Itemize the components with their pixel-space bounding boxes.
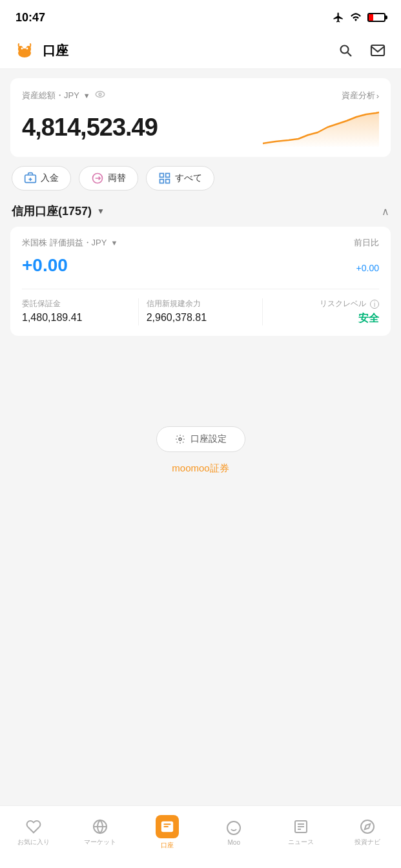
asset-chart (263, 108, 379, 147)
invest-navi-icon (359, 818, 376, 835)
svg-point-6 (341, 46, 349, 54)
deposit-icon (24, 172, 37, 185)
pnl-value: +0.00 (22, 255, 68, 276)
bottom-nav: お気に入り マーケット 口座 (0, 805, 401, 868)
asset-amount: 4,814,523.49 (22, 114, 158, 141)
account-card: 米国株 評価損益・JPY ▼ 前日比 +0.00 +0.00 委託保証金 1,4… (10, 227, 391, 336)
asset-card-body: 4,814,523.49 (22, 108, 379, 147)
account-dropdown-arrow[interactable]: ▼ (97, 207, 105, 216)
brand-text: moomoo証券 (172, 462, 229, 473)
header-left: 口座 (13, 39, 68, 62)
nav-moo[interactable]: Moo (201, 817, 268, 849)
nav-market[interactable]: マーケット (67, 816, 134, 849)
svg-point-19 (179, 438, 181, 440)
exchange-button[interactable]: 両替 (79, 166, 138, 191)
nav-invest-navi-label: 投資ナビ (355, 838, 380, 847)
header: 口座 (0, 32, 401, 69)
prev-day-label: 前日比 (354, 237, 379, 249)
svg-point-9 (96, 92, 105, 98)
nav-account-label: 口座 (161, 841, 174, 850)
svg-point-4 (21, 48, 23, 50)
all-button[interactable]: すべて (146, 166, 214, 191)
status-icons (333, 12, 386, 23)
wifi-icon (349, 12, 362, 23)
collapse-button[interactable]: ∧ (382, 205, 389, 218)
pnl-label: 米国株 評価損益・JPY ▼ (22, 237, 118, 249)
svg-point-29 (361, 820, 374, 833)
account-settings-button[interactable]: 口座設定 (156, 426, 245, 452)
mail-button[interactable] (367, 40, 388, 61)
nav-moo-label: Moo (228, 839, 240, 846)
market-icon (92, 818, 108, 835)
risk-level-metric: リスクレベル i 安全 (271, 298, 379, 326)
building-power-metric: 信用新規建余力 2,960,378.81 (147, 298, 263, 326)
search-button[interactable] (335, 40, 356, 61)
svg-line-7 (348, 53, 352, 57)
moo-icon (225, 820, 242, 836)
account-icon (156, 815, 179, 838)
mail-icon (370, 43, 386, 58)
svg-rect-17 (160, 180, 164, 183)
exchange-icon (91, 172, 104, 185)
account-metrics: 委託保証金 1,480,189.41 信用新規建余力 2,960,378.81 … (22, 289, 379, 326)
deposit-label: 入金 (41, 172, 59, 184)
exchange-label: 両替 (108, 172, 126, 184)
nav-news-label: ニュース (288, 838, 314, 847)
nav-market-label: マーケット (84, 838, 116, 847)
pnl-dropdown-arrow[interactable]: ▼ (110, 239, 118, 247)
risk-level-value: 安全 (271, 312, 379, 326)
nav-news[interactable]: ニュース (267, 816, 334, 849)
risk-info-icon[interactable]: i (370, 300, 379, 309)
asset-label: 資産総額・JPY (22, 90, 79, 101)
margin-label: 委託保証金 (22, 298, 130, 309)
account-title-group: 信用口座(1757) ▼ (12, 203, 105, 219)
risk-level-label: リスクレベル i (271, 298, 379, 309)
news-icon (293, 818, 309, 835)
action-buttons: 入金 両替 すべて (10, 166, 391, 191)
svg-rect-15 (160, 174, 164, 178)
search-icon (338, 43, 353, 58)
nav-account[interactable]: 口座 (134, 812, 201, 852)
margin-value: 1,480,189.41 (22, 312, 130, 324)
account-card-header: 米国株 評価損益・JPY ▼ 前日比 (22, 237, 379, 249)
visibility-toggle[interactable] (94, 88, 106, 103)
account-section-header: 信用口座(1757) ▼ ∧ (10, 203, 391, 219)
asset-analysis-link[interactable]: 資産分析 › (342, 90, 379, 101)
asset-card: 資産総額・JPY ▼ 資産分析 › 4,814,523.49 (10, 78, 391, 157)
asset-card-header: 資産総額・JPY ▼ 資産分析 › (22, 88, 379, 103)
header-title: 口座 (43, 42, 68, 59)
status-time: 10:47 (15, 11, 45, 25)
nav-favorites[interactable]: お気に入り (0, 816, 67, 849)
svg-rect-16 (166, 174, 170, 178)
airplane-icon (333, 12, 344, 23)
settings-section: 口座設定 (10, 426, 391, 452)
nav-favorites-label: お気に入り (17, 838, 50, 847)
account-title: 信用口座(1757) (12, 203, 92, 219)
heart-icon (25, 818, 42, 835)
margin-metric: 委託保証金 1,480,189.41 (22, 298, 139, 326)
building-power-label: 信用新規建余力 (147, 298, 255, 309)
svg-point-10 (99, 93, 101, 96)
svg-rect-8 (371, 45, 384, 56)
svg-point-22 (227, 822, 240, 834)
pnl-row: +0.00 +0.00 (22, 255, 379, 286)
asset-dropdown-arrow[interactable]: ▼ (83, 92, 90, 99)
battery-icon (367, 13, 386, 22)
app-logo (13, 39, 36, 62)
prev-day-value: +0.00 (356, 263, 379, 273)
nav-invest-navi[interactable]: 投資ナビ (334, 816, 402, 849)
header-right (335, 40, 388, 61)
brand-section: moomoo証券 (10, 462, 391, 475)
status-bar: 10:47 (0, 0, 401, 32)
deposit-button[interactable]: 入金 (12, 166, 71, 191)
main-content: 資産総額・JPY ▼ 資産分析 › 4,814,523.49 (0, 69, 401, 497)
all-label: すべて (175, 172, 202, 184)
svg-point-5 (26, 48, 28, 50)
settings-button-label: 口座設定 (190, 433, 227, 445)
asset-label-group: 資産総額・JPY ▼ (22, 88, 106, 103)
building-power-value: 2,960,378.81 (147, 312, 255, 324)
svg-rect-18 (166, 180, 170, 183)
all-icon (158, 172, 171, 185)
svg-marker-30 (365, 824, 370, 829)
gear-icon (175, 434, 185, 444)
